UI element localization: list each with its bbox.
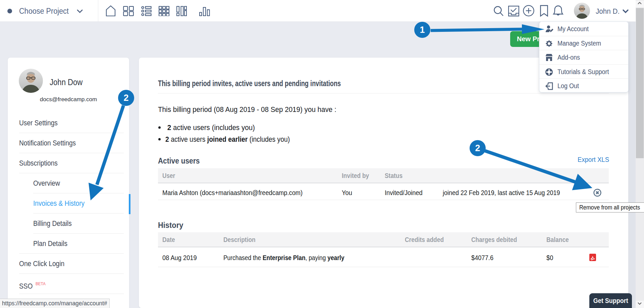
svg-text:1: 1 [420, 25, 425, 35]
